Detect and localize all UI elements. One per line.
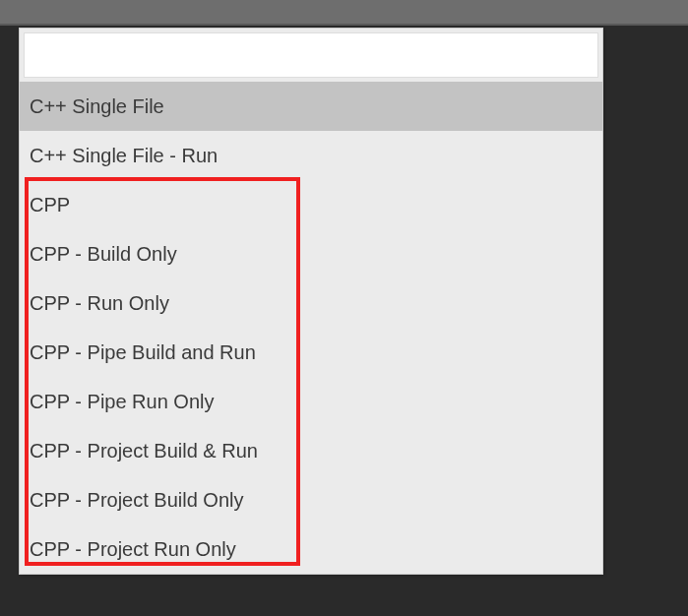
list-item-label: CPP - Project Run Only — [30, 538, 236, 560]
list-item[interactable]: CPP - Run Only — [20, 278, 602, 328]
list-item[interactable]: C++ Single File — [20, 82, 602, 131]
list-item-label: CPP - Build Only — [30, 243, 177, 265]
list-item-label: CPP - Pipe Run Only — [30, 391, 215, 412]
list-item-label: C++ Single File — [30, 95, 164, 117]
search-input[interactable] — [24, 32, 598, 78]
list-item[interactable]: CPP - Project Build & Run — [20, 426, 602, 475]
title-bar — [0, 0, 688, 26]
list-item[interactable]: CPP - Project Build Only — [20, 475, 602, 524]
build-system-list: C++ Single File C++ Single File - Run CP… — [20, 82, 602, 574]
list-item-label: CPP - Project Build Only — [30, 489, 244, 511]
list-item[interactable]: C++ Single File - Run — [20, 131, 602, 180]
list-item[interactable]: CPP - Build Only — [20, 229, 602, 278]
list-item-label: CPP - Pipe Build and Run — [30, 341, 256, 363]
list-item-label: CPP - Project Build & Run — [30, 440, 258, 462]
list-item[interactable]: CPP - Pipe Run Only — [20, 377, 602, 426]
list-item[interactable]: CPP - Pipe Build and Run — [20, 328, 602, 377]
list-item[interactable]: CPP — [20, 180, 602, 229]
list-item-label: C++ Single File - Run — [30, 145, 218, 166]
list-item-label: CPP — [30, 194, 70, 216]
list-item-label: CPP - Run Only — [30, 292, 169, 314]
list-item[interactable]: CPP - Project Run Only — [20, 524, 602, 574]
command-palette: C++ Single File C++ Single File - Run CP… — [19, 28, 603, 575]
